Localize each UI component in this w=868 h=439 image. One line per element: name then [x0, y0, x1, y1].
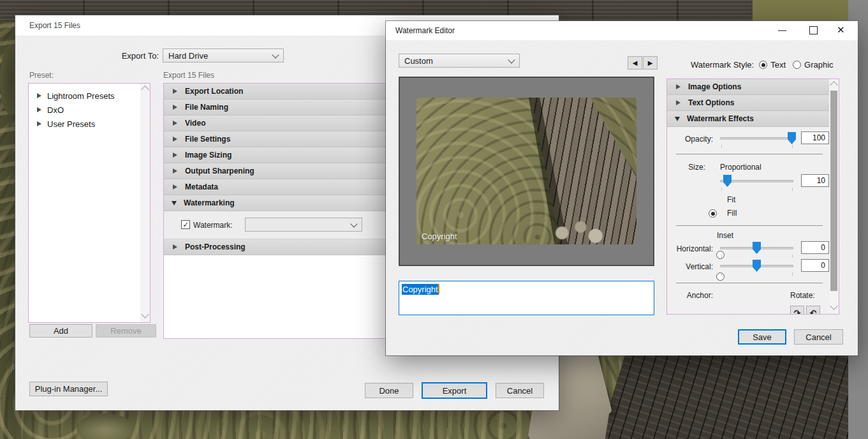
slider-tick — [721, 255, 722, 258]
watermark-style-row: Watermark Style: Text Graphic — [691, 60, 834, 70]
editor-cancel-button[interactable]: Cancel — [794, 329, 843, 345]
slider-tick — [721, 188, 722, 191]
section-video[interactable]: Video — [164, 115, 386, 131]
inset-label: Inset — [717, 231, 733, 240]
preset-item-dxo[interactable]: DxO — [29, 103, 150, 117]
slider-tick — [792, 145, 793, 148]
horizontal-value-input[interactable] — [801, 241, 829, 254]
arrow-right-icon: ▶ — [648, 59, 653, 66]
section-label: Video — [185, 119, 205, 128]
watermark-preview: Copyright — [399, 77, 654, 266]
divider — [676, 225, 823, 226]
size-fill-label: Fill — [727, 209, 737, 218]
preview-photo: Copyright — [416, 98, 636, 244]
scrollbar-thumb[interactable] — [830, 91, 837, 291]
section-export-location[interactable]: Export Location — [164, 84, 386, 100]
size-fill-radio[interactable] — [716, 272, 725, 281]
style-text-label: Text — [770, 60, 786, 70]
slider-tick — [792, 255, 793, 258]
horizontal-slider-thumb[interactable] — [753, 242, 761, 254]
plugin-manager-button[interactable]: Plug-in Manager... — [29, 382, 108, 396]
export-to-value: Hard Drive — [168, 51, 208, 61]
size-slider-thumb[interactable] — [723, 175, 732, 187]
size-proportional-radio[interactable] — [709, 209, 717, 218]
style-graphic-radio[interactable] — [793, 61, 801, 69]
watermark-editor-dialog: Watermark Editor ✕ Custom ◀ ▶ Watermark … — [386, 21, 858, 355]
section-image-options[interactable]: Image Options — [667, 79, 829, 95]
vertical-slider-thumb[interactable] — [753, 260, 761, 272]
preset-item-label: Lightroom Presets — [47, 91, 115, 101]
close-icon[interactable]: ✕ — [837, 24, 845, 36]
opacity-slider[interactable] — [720, 137, 793, 140]
watermark-preset-select[interactable] — [245, 218, 362, 232]
previous-image-button[interactable]: ◀ — [628, 56, 642, 70]
opacity-value-input[interactable] — [801, 131, 829, 144]
slider-tick — [792, 188, 793, 191]
preset-item-user-presets[interactable]: User Presets — [29, 117, 150, 131]
disclosure-triangle-expanded-icon — [172, 201, 177, 205]
slider-tick — [792, 272, 793, 276]
preset-list-scrollbar[interactable] — [140, 84, 150, 322]
section-post-processing[interactable]: Post-Processing — [164, 239, 386, 255]
chevron-down-icon — [272, 51, 279, 58]
disclosure-triangle-icon — [173, 121, 177, 126]
section-image-sizing[interactable]: Image Sizing — [164, 147, 386, 163]
disclosure-triangle-icon — [173, 244, 177, 249]
size-fit-radio[interactable] — [716, 251, 725, 259]
next-image-button[interactable]: ▶ — [643, 56, 658, 70]
anchor-label: Anchor: — [667, 291, 713, 300]
scroll-down-icon[interactable] — [141, 310, 149, 318]
watermark-checkbox[interactable]: ✓ — [181, 220, 190, 229]
export-settings-panel: Export Location File Naming Video File S… — [163, 83, 387, 339]
preset-item-lightroom-presets[interactable]: Lightroom Presets — [29, 89, 150, 103]
size-label: Size: — [667, 163, 705, 172]
section-file-naming[interactable]: File Naming — [164, 100, 386, 115]
section-file-settings[interactable]: File Settings — [164, 131, 386, 147]
disclosure-triangle-icon — [173, 137, 177, 142]
maximize-icon[interactable] — [809, 26, 818, 34]
section-text-options[interactable]: Text Options — [667, 95, 829, 111]
text-caret — [438, 285, 439, 294]
disclosure-triangle-icon — [37, 93, 41, 98]
preset-label: Preset: — [29, 71, 54, 80]
preset-item-label: DxO — [47, 105, 64, 115]
scroll-down-icon[interactable] — [830, 302, 838, 310]
export-cancel-button[interactable]: Cancel — [496, 383, 544, 398]
opacity-label: Opacity: — [667, 135, 713, 144]
export-dialog-title: Export 15 Files — [29, 21, 80, 30]
scroll-up-icon[interactable] — [830, 81, 838, 89]
section-watermarking[interactable]: Watermarking — [164, 195, 386, 211]
size-fit-label: Fit — [727, 195, 735, 204]
arrow-left-icon: ◀ — [633, 59, 638, 66]
remove-button[interactable]: Remove — [96, 324, 156, 338]
watermark-editor-title: Watermark Editor — [395, 26, 455, 35]
checkmark-icon: ✓ — [182, 221, 188, 228]
done-button[interactable]: Done — [365, 383, 413, 398]
rotate-counterclockwise-button[interactable]: ↶ — [806, 306, 820, 315]
section-label: Watermark Effects — [687, 114, 754, 123]
save-button[interactable]: Save — [738, 329, 786, 345]
watermark-preset-dropdown[interactable]: Custom — [399, 54, 520, 68]
style-text-radio[interactable] — [759, 61, 767, 69]
rotate-clockwise-button[interactable]: ↷ — [790, 306, 804, 315]
disclosure-triangle-icon — [676, 100, 680, 105]
add-button[interactable]: Add — [29, 324, 92, 338]
vertical-value-input[interactable] — [801, 259, 829, 272]
section-metadata[interactable]: Metadata — [164, 179, 386, 195]
background-stone — [77, 413, 134, 439]
opacity-slider-thumb[interactable] — [788, 132, 796, 144]
scroll-up-icon[interactable] — [141, 86, 149, 94]
export-button[interactable]: Export — [422, 382, 487, 399]
section-label: File Naming — [185, 103, 228, 112]
options-panel-scrollbar[interactable] — [829, 79, 839, 314]
size-value-input[interactable] — [801, 174, 829, 187]
export-to-select[interactable]: Hard Drive — [163, 48, 284, 63]
watermark-style-label: Watermark Style: — [691, 60, 754, 70]
size-proportional-label: Proportional — [720, 163, 761, 172]
section-output-sharpening[interactable]: Output Sharpening — [164, 163, 386, 179]
section-watermark-effects[interactable]: Watermark Effects — [667, 111, 829, 127]
section-label: Image Sizing — [185, 151, 232, 160]
watermark-text-input[interactable]: Copyright — [399, 281, 654, 315]
section-label: Output Sharpening — [185, 167, 254, 175]
minimize-icon[interactable] — [778, 30, 786, 31]
